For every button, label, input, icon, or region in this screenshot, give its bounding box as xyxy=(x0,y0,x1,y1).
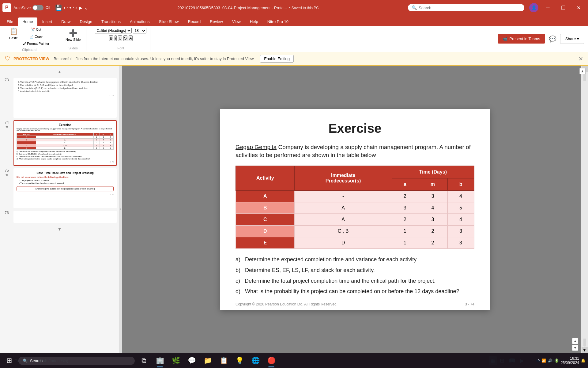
taskbar-search-label: Search xyxy=(30,358,43,363)
tab-transitions[interactable]: Transitions xyxy=(97,17,125,26)
cut-button[interactable]: ✂️ Cut xyxy=(21,26,51,33)
autosave-area: AutoSave Off xyxy=(13,5,50,10)
question-d: d) What is the probability this project … xyxy=(236,287,474,296)
main-layout: ▲ 73 There is a 71.57% chance the equipm… xyxy=(0,66,588,353)
user-avatar[interactable]: 👤 xyxy=(529,3,538,12)
ribbon-bar: 📋Paste ✂️ Cut 📄 Copy 🖌 Format Painter Cl… xyxy=(0,26,588,52)
customize-icon[interactable]: ⌄ xyxy=(84,5,88,11)
present-in-teams-label: Present in Teams xyxy=(509,36,540,41)
restore-button[interactable]: ❐ xyxy=(556,3,570,13)
predecessor-a: - xyxy=(295,190,392,202)
banner-close-button[interactable]: ✕ xyxy=(579,56,583,62)
search-box-title[interactable]: 🔍 xyxy=(408,4,524,11)
notification-btn[interactable]: 🔔 xyxy=(581,358,586,363)
undo-icon[interactable]: ↩ xyxy=(64,5,68,11)
minimize-button[interactable]: ─ xyxy=(541,3,555,13)
search-input-title[interactable] xyxy=(419,6,511,10)
predecessor-b: A xyxy=(295,202,392,214)
scroll-up-button[interactable]: ▲ xyxy=(579,68,586,74)
a-val-c: 2 xyxy=(392,214,418,225)
b-val-b: 5 xyxy=(447,202,474,214)
slide-preview-76[interactable] xyxy=(13,211,117,223)
tab-record[interactable]: Record xyxy=(183,17,205,26)
comment-icon-ribbon[interactable]: 💬 xyxy=(549,35,556,43)
strikethrough-button[interactable]: S xyxy=(123,35,127,41)
bold-button[interactable]: B xyxy=(109,35,113,41)
expand-systray-btn[interactable]: ^ xyxy=(538,358,540,363)
start-button[interactable]: ⊞ xyxy=(2,354,16,367)
m-val-d: 2 xyxy=(418,225,448,237)
tab-design[interactable]: Design xyxy=(76,17,96,26)
tab-animations[interactable]: Animations xyxy=(126,17,154,26)
tab-insert[interactable]: Insert xyxy=(38,17,57,26)
tab-slide-show[interactable]: Slide Show xyxy=(154,17,183,26)
table-header-m: m xyxy=(418,178,448,190)
redo-icon[interactable]: ↪ xyxy=(73,5,77,11)
ribbon-group-clipboard: 📋Paste ✂️ Cut 📄 Copy 🖌 Format Painter Cl… xyxy=(4,27,55,51)
slide-preview-73[interactable]: There is a 71.57% chance the equipment w… xyxy=(13,78,117,118)
predecessor-d: C , B xyxy=(295,225,392,237)
slide-75-title: Cost–Time Trade-Offs and Project Crashin… xyxy=(17,171,114,175)
close-button[interactable]: ✕ xyxy=(571,3,586,13)
shield-icon: 🛡 xyxy=(5,56,10,62)
edge-btn[interactable]: 🌐 xyxy=(249,354,262,367)
sticky-notes-btn[interactable]: 📋 xyxy=(217,354,230,367)
slide-nav-arrows: ▲ ▼ xyxy=(572,338,578,351)
clock-time: 16:31 xyxy=(561,356,579,361)
save-icon[interactable]: 💾 xyxy=(55,4,62,11)
copy-button[interactable]: 📄 Copy xyxy=(21,33,51,40)
enable-editing-button[interactable]: Enable Editing xyxy=(260,55,294,63)
format-painter-button[interactable]: 🖌 Format Painter xyxy=(21,40,51,47)
app-logo: P xyxy=(2,3,11,12)
tab-nitro[interactable]: Nitro Pro 10 xyxy=(263,17,293,26)
slide-num-74: 74 xyxy=(5,120,9,125)
main-scrollbar-right[interactable] xyxy=(583,81,588,339)
present-in-teams-button[interactable]: 📹 Present in Teams xyxy=(498,34,545,44)
slide-preview-74[interactable]: Exercise Gegap Gempita Company is develo… xyxy=(13,120,117,166)
taskbar-search[interactable]: 🔍 Search xyxy=(18,357,135,365)
question-a: a) Determine the expected completion tim… xyxy=(236,255,474,264)
powerpoint-btn-taskbar[interactable]: 🔴 xyxy=(265,354,278,367)
a-val-e: 1 xyxy=(392,237,418,249)
undo-dropdown-icon[interactable]: ▾ xyxy=(70,6,71,10)
prev-slide-button[interactable]: ▲ xyxy=(572,338,578,344)
photos-btn[interactable]: 🌿 xyxy=(169,354,183,367)
panel-scroll-down[interactable]: ▼ xyxy=(2,225,117,233)
paste-button[interactable]: 📋Paste xyxy=(7,26,20,47)
font-size-select[interactable]: 18 xyxy=(133,28,146,33)
system-clock[interactable]: 16:31 25/09/2024 xyxy=(561,356,579,365)
teams-btn-taskbar[interactable]: 💬 xyxy=(185,354,198,367)
table-row: B A 3 4 5 xyxy=(236,202,474,214)
tab-file[interactable]: File xyxy=(2,17,17,26)
start-icon: ⊞ xyxy=(6,357,12,365)
font-label: Font xyxy=(117,46,124,50)
panel-scroll-up[interactable]: ▲ xyxy=(2,68,117,75)
title-bar: P AutoSave Off 💾 ↩ ▾ ↪ ▶ ⌄ 2021072910560… xyxy=(0,0,588,15)
font-color-button[interactable]: A xyxy=(129,35,133,41)
italic-button[interactable]: I xyxy=(115,35,117,41)
new-slide-button[interactable]: ➕New Slide xyxy=(64,28,83,43)
task-view-button[interactable]: ⧉ xyxy=(137,354,151,367)
autosave-toggle[interactable] xyxy=(32,5,43,10)
panel-resize-handle[interactable]: ⋮ xyxy=(119,66,122,353)
table-row: A - 2 3 4 xyxy=(236,190,474,202)
tab-view[interactable]: View xyxy=(228,17,245,26)
present-icon[interactable]: ▶ xyxy=(79,5,82,11)
help-btn[interactable]: 💡 xyxy=(233,354,246,367)
tab-draw[interactable]: Draw xyxy=(57,17,75,26)
scroll-down-arrow[interactable]: ▼ xyxy=(582,347,588,353)
share-button[interactable]: Share ▾ xyxy=(560,34,584,44)
font-family-select[interactable]: Calibri (Headings) xyxy=(95,28,132,33)
tab-home[interactable]: Home xyxy=(18,17,37,26)
a-val-a: 2 xyxy=(392,190,418,202)
tab-review[interactable]: Review xyxy=(205,17,227,26)
tab-help[interactable]: Help xyxy=(246,17,262,26)
slide-74-mini-table: ActivityImmediate Predecessor(s)amb A-23… xyxy=(17,133,114,150)
file-explorer-btn[interactable]: 🏢 xyxy=(153,354,167,367)
volume-icon[interactable]: 🔊 xyxy=(548,358,552,363)
slide-preview-75[interactable]: Cost–Time Trade-Offs and Project Crashin… xyxy=(13,168,117,208)
folder-btn[interactable]: 📁 xyxy=(201,354,214,367)
next-slide-button[interactable]: ▼ xyxy=(572,345,578,351)
b-val-e: 3 xyxy=(447,237,474,249)
underline-button[interactable]: U xyxy=(118,35,122,41)
